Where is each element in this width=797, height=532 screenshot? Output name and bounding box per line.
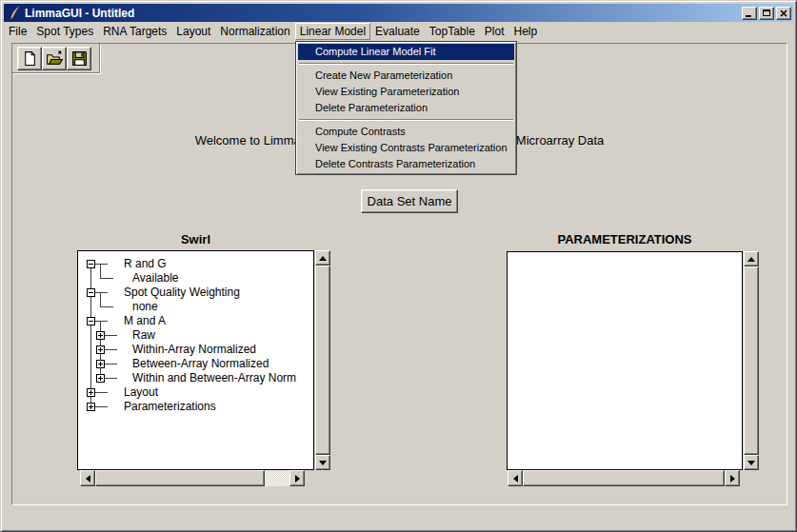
menu-spot-types[interactable]: Spot Types (31, 23, 98, 40)
maximize-button[interactable] (759, 7, 774, 20)
arrow-right-icon (730, 475, 735, 483)
open-folder-icon (46, 50, 64, 67)
menu-item-delete-contrasts-parameterization[interactable]: Delete Contrasts Parameterization (298, 156, 514, 172)
tree-item-within-array-normalized[interactable]: Within-Array Normalized (132, 343, 256, 357)
tree-item-r-and-g[interactable]: R and G (124, 257, 167, 271)
parameterizations-panel-title: PARAMETERIZATIONS (507, 232, 743, 246)
tree-connector-line (94, 292, 108, 293)
arrow-down-icon (319, 461, 327, 465)
close-button[interactable] (776, 7, 791, 20)
menu-toptable[interactable]: TopTable (425, 23, 480, 40)
window-title: LimmaGUI - Untitled (25, 7, 742, 20)
scrollbar-track[interactable] (265, 470, 289, 486)
arrow-down-icon (747, 461, 755, 465)
menu-item-delete-parameterization[interactable]: Delete Parameterization (298, 100, 514, 116)
tree-branch-line (100, 264, 101, 278)
swirl-horizontal-scrollbar[interactable] (80, 470, 305, 486)
minimize-icon (746, 15, 751, 17)
tree-connector-line (104, 378, 117, 379)
menu-rna-targets[interactable]: RNA Targets (98, 23, 171, 40)
open-file-button[interactable] (42, 47, 67, 70)
tree-connector-line (100, 306, 113, 307)
menu-linear-model[interactable]: Linear Model (295, 23, 370, 40)
parameterizations-listbox[interactable] (507, 251, 743, 470)
menu-normalization[interactable]: Normalization (215, 23, 294, 40)
parameterizations-vertical-scrollbar[interactable] (744, 251, 759, 470)
save-floppy-icon (71, 50, 88, 67)
new-document-icon (22, 50, 38, 67)
scroll-up-button[interactable] (744, 251, 759, 266)
data-set-name-button[interactable]: Data Set Name (361, 189, 458, 213)
new-file-button[interactable] (17, 47, 42, 70)
tree-connector-line (94, 321, 108, 322)
title-bar[interactable]: LimmaGUI - Untitled (4, 4, 793, 22)
menu-bar: FileSpot TypesRNA TargetsLayoutNormaliza… (4, 22, 793, 40)
menu-separator (299, 63, 513, 65)
scroll-left-button[interactable] (80, 470, 95, 486)
tree-item-parameterizations[interactable]: Parameterizations (124, 400, 216, 414)
tree-connector-line (104, 349, 117, 350)
tree-connector-line (100, 278, 113, 279)
tree-item-within-and-between-array-norm[interactable]: Within and Between-Array Norm (132, 371, 296, 385)
menu-item-view-existing-parameterization[interactable]: View Existing Parameterization (298, 84, 514, 100)
tree-item-m-and-a[interactable]: M and A (124, 314, 166, 328)
menu-layout[interactable]: Layout (171, 23, 215, 40)
app-window: LimmaGUI - Untitled FileSpot TypesRNA Ta… (0, 0, 797, 532)
menu-item-compute-linear-model-fit[interactable]: Compute Linear Model Fit (298, 44, 514, 60)
tree-item-available[interactable]: Available (132, 271, 178, 286)
linear-model-menu: Compute Linear Model FitCreate New Param… (295, 41, 517, 175)
menu-file[interactable]: File (4, 23, 31, 40)
tree-expand-box[interactable] (96, 374, 105, 383)
tree-collapse-box[interactable] (87, 260, 95, 268)
tree-expand-box[interactable] (87, 388, 95, 397)
tk-feather-icon (8, 6, 21, 20)
scrollbar-thumb[interactable] (523, 470, 725, 486)
tree-collapse-box[interactable] (87, 317, 95, 325)
menu-item-create-new-parameterization[interactable]: Create New Parameterization (298, 68, 514, 84)
tree-item-between-array-normalized[interactable]: Between-Array Normalized (132, 357, 269, 371)
minimize-button[interactable] (742, 7, 757, 20)
scroll-right-button[interactable] (725, 470, 740, 486)
swirl-vertical-scrollbar[interactable] (315, 250, 330, 470)
tree-connector-line (104, 364, 117, 365)
tree-item-spot-quality-weighting[interactable]: Spot Quality Weighting (124, 286, 240, 300)
tree-item-layout[interactable]: Layout (124, 385, 158, 400)
tree-expand-box[interactable] (96, 331, 105, 340)
scrollbar-thumb[interactable] (315, 266, 330, 455)
tree-expand-box[interactable] (96, 360, 105, 368)
parameterizations-horizontal-scrollbar[interactable] (508, 470, 740, 486)
close-icon (780, 10, 787, 17)
swirl-tree[interactable]: R and GAvailableSpot Quality Weightingno… (77, 250, 314, 470)
tree-expand-box[interactable] (87, 403, 95, 411)
swirl-panel-title: Swirl (77, 232, 314, 246)
menu-item-compute-contrasts[interactable]: Compute Contrasts (298, 124, 514, 140)
scrollbar-thumb[interactable] (95, 470, 265, 486)
scroll-up-button[interactable] (315, 250, 330, 266)
scroll-left-button[interactable] (508, 470, 523, 486)
menu-separator (299, 119, 513, 121)
tree-branch-line (100, 292, 101, 306)
tree-collapse-box[interactable] (87, 288, 95, 297)
scroll-down-button[interactable] (315, 455, 330, 470)
tree-connector-line (94, 264, 108, 265)
menu-item-view-existing-contrasts-parameterization[interactable]: View Existing Contrasts Parameterization (298, 140, 514, 156)
tree-connector-line (104, 335, 117, 336)
tree-connector-line (94, 406, 108, 407)
arrow-left-icon (86, 475, 90, 483)
tree-expand-box[interactable] (96, 345, 105, 354)
menu-evaluate[interactable]: Evaluate (370, 23, 425, 40)
arrow-up-icon (319, 256, 327, 261)
tree-item-none[interactable]: none (132, 300, 158, 314)
scroll-down-button[interactable] (744, 455, 759, 470)
save-file-button[interactable] (67, 47, 91, 70)
scrollbar-thumb[interactable] (744, 266, 759, 455)
arrow-up-icon (747, 257, 755, 262)
menu-plot[interactable]: Plot (480, 23, 509, 40)
menu-help[interactable]: Help (509, 23, 543, 40)
maximize-icon (763, 10, 770, 16)
arrow-left-icon (513, 475, 518, 483)
tree-item-raw[interactable]: Raw (132, 328, 155, 343)
window-controls (742, 7, 791, 20)
tree-connector-line (94, 392, 108, 393)
scroll-right-button[interactable] (289, 470, 305, 486)
